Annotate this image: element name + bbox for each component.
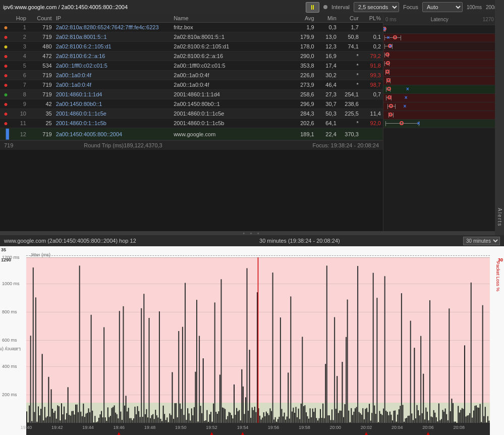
chart-bar [245,397,246,423]
latency-avg-dot [385,52,389,57]
chart-bar [356,407,357,423]
chart-bar [94,416,95,423]
chart-bar [111,408,112,423]
latency-avg-dot [389,104,393,108]
status-dot: ● [4,100,8,108]
table-row[interactable]: ● 4 472 2a02:8100:6:2::a:16 2a02:8100:6:… [0,51,383,61]
table-row[interactable]: ● 3 480 2a02:8100:6:2::105:d1 2a02:8100:… [0,42,383,51]
interval-select[interactable]: 2,5 seconds 1 second 5 seconds [354,2,399,12]
table-row[interactable]: ▐ 12 719 2a00:1450:4005:800::2004 www.go… [0,128,383,140]
x-label-2002: 20:02 [361,425,372,430]
hop-count: 35 [28,109,54,119]
hop-num: 1 [12,23,28,32]
chart-bar [47,416,48,423]
chart-bar [335,409,337,423]
hop-ip: 2a02:8100:6:2::105:d1 [54,42,172,51]
packet-loss-label: Packet Loss % [495,261,500,292]
table-row[interactable]: ● 9 42 2a00:1450:80b0::1 2a00:1450:80b0:… [0,99,383,109]
latency-row [383,51,504,60]
col-avg: Avg [289,14,316,23]
x-label-2006: 20:06 [422,425,434,430]
chart-bar [273,419,274,423]
chart-bar [423,374,424,423]
chart-bar [69,415,70,423]
chart-bar [409,416,410,423]
chart-bar [471,283,472,423]
chart-bar [115,413,116,423]
chart-bar [383,409,384,423]
chart-bar [196,300,197,423]
chart-bar [100,414,101,423]
latency-avg-dot [387,95,391,99]
dot-cell: ▐ [0,128,12,140]
chart-bar [143,294,144,423]
chart-bar [312,409,313,423]
table-row[interactable]: ● 5 534 2a00::1fff0:c02:c01:5 2a00::1fff… [0,61,383,71]
chart-bar [434,413,435,423]
hop-count: 719 [28,80,54,90]
focus-select[interactable]: Auto Manual [422,2,463,12]
chart-bar [34,412,35,423]
hop-ip: 2a00:1450:4005:800::2004 [54,128,172,140]
x-label-1948: 19:48 [144,425,156,430]
hop-avg: 353,8 [289,61,316,71]
chart-bar [427,412,428,423]
status-dot: ▐ [3,129,9,139]
chart-bar [419,415,420,423]
y-1000: 1000 ms [2,281,20,286]
chart-bar [297,417,298,423]
chart-bar [30,336,31,423]
chart-bar [474,406,475,423]
chart-bar [442,410,443,423]
time-range-select[interactable]: 30 minutes [463,237,500,245]
hop-avg: 179,9 [289,32,316,42]
table-row[interactable]: ● 6 719 2a00::1a0:0:4f 2a00::1a0:0:4f 22… [0,71,383,80]
table-row[interactable]: ● 2 719 2a02:810a:8001:5::1 2a02:810a:80… [0,32,383,42]
chart-bar [85,414,86,423]
hop-num: 5 [12,61,28,71]
table-row[interactable]: ● 7 719 2a00::1a0:0:4f 2a00::1a0:0:4f 27… [0,80,383,90]
chart-bar [138,411,139,423]
chart-bar [379,411,380,423]
chart-bar [73,411,74,423]
chart-bar [326,265,327,423]
chart-bar [450,411,451,423]
latency-cur-dot: × [403,103,406,109]
status-dot: ● [4,110,8,118]
chart-bar [280,317,281,423]
chart-bar [136,414,137,423]
drag-handle[interactable]: • • • [0,231,504,235]
hop-cur: * [339,80,361,90]
table-row[interactable]: ● 8 719 2001:4860:1:1:1d4 2001:4860:1:1:… [0,90,383,99]
x-label-1940: 19:40 [21,425,32,430]
chart-bar [169,413,170,423]
hop-ip: 2001:4860:0:1::1c5e [54,109,172,119]
chart-bar [325,364,326,423]
alert-triangle-1954: ▲ [240,430,246,435]
table-row[interactable]: ● 11 25 2001:4860:0:1::1c5b 2001:4860:0:… [0,119,383,128]
chart-bar [64,407,65,423]
hop-ip: 2001:4860:0:1::1c5b [54,119,172,128]
dot-cell: ● [0,32,12,42]
dot-cell: ● [0,23,12,32]
latency-max-tick [393,113,394,118]
status-dot: ● [4,71,8,79]
pause-button[interactable]: ⏸ [306,2,319,13]
hop-pl [361,128,383,140]
hop-pl: 92,0 [361,119,383,128]
chart-bar [298,409,299,423]
chart-bar [399,409,400,423]
footer-label: Round Trip (ms) [84,142,124,148]
x-label-1942: 19:42 [51,425,63,430]
chart-bar [219,374,220,423]
chart-bar [429,300,430,423]
chart-bar [51,389,52,423]
chart-bar [320,409,321,423]
chart-bar [194,407,195,423]
hop-ip: 2a00::1fff0:c02:c01:5 [54,61,172,71]
table-row[interactable]: ● 1 719 2a02:810a:8280:6524:7642:7fff:fe… [0,23,383,32]
chart-bar [347,300,348,423]
table-wrapper: Hop Count IP Name Avg Min Cur PL% ● 1 71… [0,14,383,231]
chart-bar [395,410,396,423]
table-row[interactable]: ● 10 35 2001:4860:0:1::1c5e 2001:4860:0:… [0,109,383,119]
